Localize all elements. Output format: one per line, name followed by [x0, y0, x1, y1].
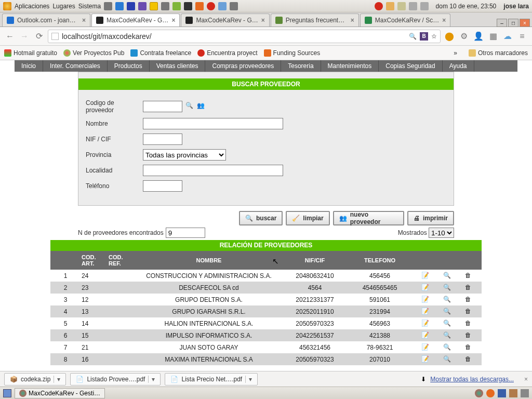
ext-icon[interactable]: ⚙ — [458, 31, 470, 42]
provincia-select[interactable]: Todas las provincias — [143, 149, 226, 161]
network-icon[interactable] — [420, 2, 429, 10]
view-icon[interactable]: 🔍 — [443, 296, 451, 304]
delete-icon[interactable]: 🗑 — [465, 331, 473, 340]
close-button[interactable]: × — [520, 19, 530, 27]
delete-icon[interactable]: 🗑 — [465, 343, 473, 352]
ext-icon[interactable]: ▦ — [487, 31, 499, 42]
chevron-down-icon[interactable]: ▾ — [245, 376, 252, 383]
telefono-input[interactable] — [143, 180, 182, 192]
ext-icon[interactable]: 👤 — [473, 31, 484, 42]
url-input[interactable] — [62, 32, 406, 41]
search-icon[interactable]: 🔍 — [185, 102, 195, 111]
edit-icon[interactable]: 📝 — [421, 331, 430, 340]
ext-icon[interactable]: ☁ — [502, 31, 513, 42]
search-icon[interactable]: 🔍 — [409, 33, 417, 40]
tray-icon[interactable] — [184, 2, 192, 10]
maximize-button[interactable]: □ — [508, 19, 518, 27]
tray-icon[interactable] — [498, 389, 506, 397]
close-icon[interactable]: × — [82, 17, 86, 24]
nif-input[interactable] — [143, 134, 182, 145]
tray-icon[interactable] — [486, 389, 495, 397]
chevron-down-icon[interactable]: ▾ — [148, 376, 155, 383]
view-icon[interactable]: 🔍 — [443, 272, 451, 280]
menu-inter[interactable]: Inter. Comerciales — [43, 60, 108, 72]
view-icon[interactable]: 🔍 — [443, 355, 451, 364]
delete-icon[interactable]: 🗑 — [465, 284, 473, 292]
download-item[interactable]: 📄Listado Provee….pdf▾ — [70, 373, 161, 385]
close-icon[interactable]: × — [261, 17, 265, 24]
minimize-button[interactable]: – — [497, 19, 507, 27]
tray-icon[interactable] — [397, 2, 406, 10]
buscar-button[interactable]: 🔍buscar — [239, 211, 283, 225]
tray-icon[interactable] — [104, 2, 112, 10]
os-menu-places[interactable]: Lugares — [52, 3, 75, 10]
bookmark-star-icon[interactable]: ☆ — [431, 33, 437, 40]
menu-ventas[interactable]: Ventas clientes — [150, 60, 206, 72]
bookmark-item[interactable]: Funding Sources — [264, 49, 321, 57]
edit-icon[interactable]: 📝 — [421, 355, 430, 364]
other-bookmarks[interactable]: Otros marcadores — [469, 49, 528, 57]
view-icon[interactable]: 🔍 — [443, 308, 451, 316]
edit-icon[interactable]: 📝 — [421, 308, 430, 316]
bookmark-item[interactable]: Hotmail gratuito — [4, 49, 57, 57]
tray-icon[interactable] — [218, 2, 227, 10]
tray-icon[interactable] — [386, 2, 394, 10]
bookmarks-overflow[interactable]: » — [454, 49, 457, 57]
delete-icon[interactable]: 🗑 — [465, 296, 473, 304]
download-item[interactable]: 📦codeka.zip▾ — [4, 373, 66, 385]
chevron-down-icon[interactable]: ▾ — [54, 376, 60, 383]
mostrados-select[interactable]: 1-10 — [429, 228, 454, 238]
close-icon[interactable]: × — [351, 17, 354, 24]
show-desktop-icon[interactable] — [3, 389, 11, 397]
edit-icon[interactable]: 📝 — [421, 296, 430, 304]
browser-tab[interactable]: MaxCodeKaRev - G…× — [181, 14, 269, 26]
tray-icon[interactable] — [150, 2, 158, 10]
show-all-downloads[interactable]: Mostrar todas las descargas... — [430, 376, 514, 383]
os-user[interactable]: jose lara — [503, 3, 529, 10]
bookmark-item[interactable]: Ver Proyectos Pub — [63, 49, 124, 57]
reload-button[interactable]: ⟳ — [33, 31, 45, 42]
delete-icon[interactable]: 🗑 — [465, 320, 473, 328]
ext-icon[interactable]: ⬤ — [444, 31, 455, 42]
tray-icon[interactable] — [230, 2, 238, 10]
tray-icon[interactable] — [161, 2, 169, 10]
delete-icon[interactable]: 🗑 — [465, 272, 473, 280]
delete-icon[interactable]: 🗑 — [465, 308, 473, 316]
tray-icon[interactable] — [138, 2, 147, 10]
limpiar-button[interactable]: 🧹limpiar — [286, 211, 329, 225]
people-icon[interactable]: 👥 — [197, 102, 206, 111]
os-menu-apps[interactable]: Aplicaciones — [15, 3, 49, 10]
bookmark-item[interactable]: Encuentra proyect — [197, 49, 257, 57]
edit-icon[interactable]: 📝 — [421, 343, 430, 352]
menu-inicio[interactable]: Inicio — [15, 60, 43, 72]
tray-icon[interactable] — [375, 2, 383, 10]
os-clock[interactable]: dom 10 de ene, 23:50 — [436, 3, 497, 10]
view-icon[interactable]: 🔍 — [443, 331, 451, 340]
download-item[interactable]: 📄Lista Precio Net….pdf▾ — [165, 373, 258, 385]
menu-ayuda[interactable]: Ayuda — [443, 60, 474, 72]
edit-icon[interactable]: 📝 — [421, 320, 430, 328]
forward-button[interactable]: → — [19, 31, 30, 42]
nuevo-button[interactable]: 👥nuevo proveedor — [333, 211, 404, 225]
tray-icon[interactable] — [195, 2, 204, 10]
view-icon[interactable]: 🔍 — [443, 284, 451, 292]
browser-tab[interactable]: MaxCodeKaRev / Sc…× — [360, 14, 450, 26]
taskbar-app[interactable]: MaxCodeKaRev - Gesti… — [15, 388, 105, 398]
close-icon[interactable]: × — [171, 17, 175, 24]
tray-icon[interactable] — [172, 2, 181, 10]
delete-icon[interactable]: 🗑 — [465, 355, 473, 364]
close-icon[interactable]: × — [524, 376, 528, 383]
tray-icon[interactable] — [207, 2, 215, 10]
menu-tesoreria[interactable]: Tesoreria — [281, 60, 321, 72]
url-bar[interactable]: 🔍 B ☆ — [48, 30, 441, 43]
menu-compras[interactable]: Compras proveedores — [205, 60, 281, 72]
os-menu-system[interactable]: Sistema — [78, 3, 101, 10]
bootstrap-icon[interactable]: B — [420, 32, 428, 41]
menu-productos[interactable]: Productos — [108, 60, 150, 72]
bookmark-item[interactable]: Contrata freelance — [130, 49, 191, 57]
browser-tab[interactable]: Outlook.com - joan…× — [2, 14, 90, 26]
localidad-input[interactable] — [143, 165, 283, 176]
close-icon[interactable]: × — [442, 17, 446, 24]
menu-copias[interactable]: Copias Seguridad — [379, 60, 442, 72]
count-value[interactable] — [166, 228, 205, 238]
